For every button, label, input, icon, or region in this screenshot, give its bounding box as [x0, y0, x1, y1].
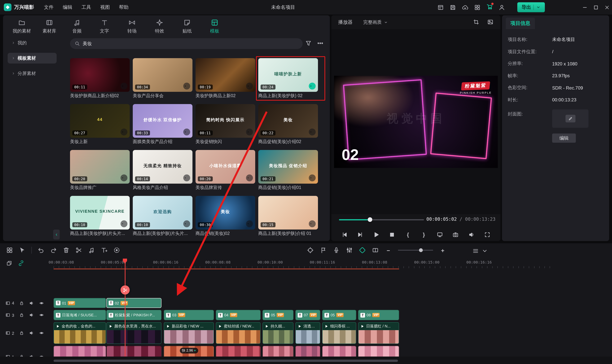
template-card[interactable]: 00:20美妆品牌推广 [70, 150, 130, 191]
filter-icon[interactable] [305, 40, 312, 47]
tab-project-info[interactable]: 项目信息 [506, 18, 535, 29]
timeline-clip[interactable]: T02VIP [106, 298, 161, 308]
timeline-clip[interactable]: T05VIP [262, 310, 293, 320]
template-card[interactable]: 美妆00:22商品促销(美妆)介绍02 [258, 104, 318, 145]
template-card[interactable]: 小喵补水保湿霜00:20美妆品牌宣传 [195, 150, 255, 191]
download-icon[interactable] [120, 174, 127, 181]
template-card[interactable]: 00:15商品上新(美妆护肤)介绍 01 [258, 196, 318, 236]
eye-icon[interactable] [39, 312, 44, 318]
download-icon[interactable] [120, 129, 127, 135]
timeline-clip[interactable]: 蜜桔丝绒 / NEW... [216, 322, 260, 344]
cover-thumbnail[interactable] [552, 109, 588, 128]
download-icon[interactable] [183, 83, 190, 90]
timeline-clip[interactable]: T08VIP [358, 310, 399, 320]
lock-icon[interactable] [19, 312, 24, 318]
volume-icon[interactable] [468, 231, 475, 238]
playhead[interactable] [125, 259, 125, 357]
search-input[interactable] [83, 41, 282, 46]
close-button[interactable] [604, 4, 610, 10]
download-icon[interactable] [120, 220, 127, 227]
export-button[interactable]: 导出 [517, 2, 545, 12]
menu-item-3[interactable]: 视图 [100, 4, 110, 11]
image-icon[interactable] [487, 19, 494, 25]
save-icon[interactable] [450, 4, 456, 11]
maximize-button[interactable] [593, 4, 599, 10]
template-card[interactable]: 00:34美妆产品分享会 [133, 58, 193, 99]
timeline-clip[interactable]: 颜色在水里滴，黑在水... [106, 322, 161, 344]
timeline-clip[interactable]: 金色的妆，金色的... [53, 322, 106, 344]
template-card[interactable]: 美妆囤品 促销介绍00:21商品促销(美妆)介绍01 [258, 150, 318, 191]
sidebar-item-2[interactable]: 分屏素材 [8, 68, 57, 79]
download-icon[interactable] [246, 129, 253, 135]
timeline-clip[interactable]: T07VIP [295, 310, 320, 320]
template-card[interactable]: 00:11美妆护肤商品上新介绍02 [70, 58, 130, 99]
download-icon[interactable] [183, 220, 190, 227]
template-card[interactable]: 舒缓补水 双倍修护00:33面膜类美妆产品介绍 [133, 104, 193, 145]
ratio-icon[interactable] [473, 19, 480, 25]
sidebar-item-0[interactable]: 我的 [8, 38, 57, 48]
progress-handle[interactable] [368, 217, 372, 222]
search-bar[interactable] [70, 38, 303, 49]
layout-icon[interactable] [437, 4, 444, 11]
account-icon[interactable] [499, 4, 505, 11]
menu-item-1[interactable]: 编辑 [63, 4, 72, 11]
apps-icon[interactable] [474, 4, 481, 11]
download-icon[interactable] [183, 174, 190, 181]
tab-sticker[interactable]: 贴纸 [174, 18, 200, 35]
menu-item-0[interactable]: 文件 [44, 4, 53, 11]
template-card[interactable]: VIVIENNE SKINCARE00:10商品上新(美妆护肤)片头片... [70, 196, 130, 236]
tab-template[interactable]: 模板 [202, 18, 227, 35]
lock-icon[interactable] [19, 331, 24, 336]
progress-slider[interactable] [339, 219, 424, 220]
template-card[interactable]: 00:19美妆护肤商品上新02 [195, 58, 255, 99]
template-card[interactable]: 欢迎选购00:10商品上新(美妆护肤)片头片... [133, 196, 193, 236]
eye-icon[interactable] [39, 331, 44, 336]
prev-frame-icon[interactable] [341, 231, 348, 238]
download-icon[interactable] [309, 174, 316, 181]
lock-icon[interactable] [19, 300, 24, 305]
tab-effects[interactable]: 特效 [147, 18, 172, 35]
tab-folder-user[interactable]: 我的素材 [9, 18, 34, 35]
mute-icon[interactable] [29, 312, 34, 318]
minimize-button[interactable] [582, 4, 588, 10]
next-frame-icon[interactable] [357, 231, 364, 238]
download-icon[interactable] [120, 83, 127, 90]
timeline-clip[interactable]: 新品彩妆 / NEW ... [164, 322, 214, 344]
timeline-clip[interactable]: 清透遮... [295, 322, 320, 344]
template-card[interactable]: 无痕柔光 精致持妆00:14风格美妆产品介绍 [133, 150, 193, 191]
timeline-clip[interactable]: T03VIP [164, 310, 214, 320]
tab-library[interactable]: 素材库 [37, 18, 62, 35]
mark-in-icon[interactable]: { [405, 231, 411, 238]
download-icon[interactable] [309, 129, 316, 135]
timeline-clip[interactable]: T05VIP [322, 310, 356, 320]
cloud-upload-icon[interactable] [462, 4, 468, 11]
collapse-panel-button[interactable] [53, 230, 60, 239]
template-card[interactable]: 简约时尚 快闪展示00:11美妆促销快闪 [195, 104, 255, 145]
menu-item-2[interactable]: 工具 [81, 4, 91, 11]
download-icon[interactable] [183, 129, 190, 135]
download-icon[interactable] [246, 174, 253, 181]
mark-out-icon[interactable]: } [420, 231, 427, 238]
sidebar-item-1[interactable]: 模板素材 [8, 53, 57, 64]
timeline-clip[interactable]: T粉黛魅紫 / PINKISH P... [106, 310, 161, 320]
edit-button[interactable]: 编辑 [552, 133, 576, 143]
template-card[interactable]: 4400:27美妆上新 [70, 104, 130, 145]
mute-icon[interactable] [29, 300, 34, 305]
tab-audio[interactable]: 音频 [64, 18, 90, 35]
menu-item-4[interactable]: 帮助 [119, 4, 129, 11]
timeline-clip[interactable]: T04VIP [216, 310, 260, 320]
tab-transition[interactable]: 转场 [119, 18, 145, 35]
template-card[interactable]: 美妆00:30商品促销(美妆)02 [195, 196, 255, 236]
timeline-clip[interactable]: T01VIP [53, 298, 106, 308]
cart-button[interactable] [486, 3, 493, 11]
chevron-down-icon[interactable] [536, 5, 541, 10]
eye-icon[interactable] [39, 300, 44, 305]
split-playhead-button[interactable] [120, 285, 130, 295]
timeline-ruler[interactable]: 00:00:03:0800:00:05:0000:00:06:1600:00:0… [53, 259, 612, 269]
stop-icon[interactable] [389, 231, 395, 238]
download-icon[interactable] [246, 220, 253, 227]
snapshot-icon[interactable] [452, 231, 459, 238]
more-icon[interactable] [317, 40, 324, 47]
timeline-clip[interactable]: 日落腮红 / N... [358, 322, 399, 344]
timeline-clip[interactable]: 持久靓... [262, 322, 293, 344]
